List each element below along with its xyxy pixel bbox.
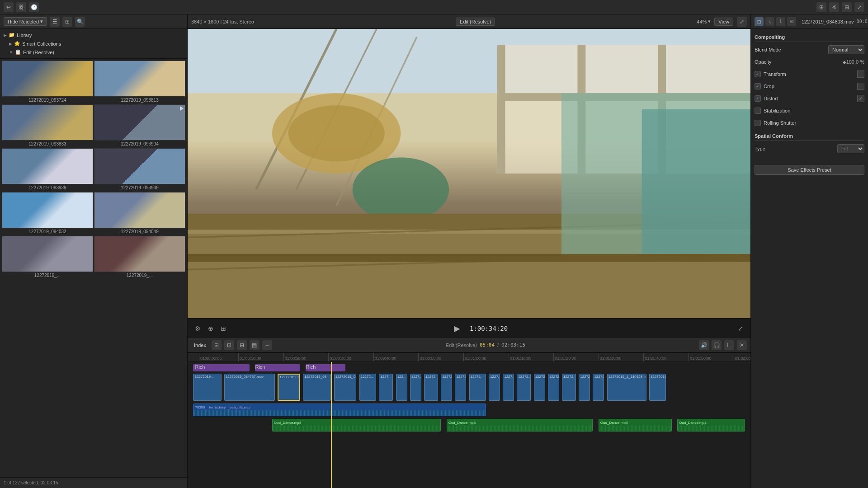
stabilization-label: Stabilization (764, 108, 864, 113)
inspector-audio-tab[interactable]: ♫ (765, 17, 774, 26)
media-thumb-094049[interactable]: 12272019_094049 (94, 192, 185, 235)
media-thumb-093949[interactable]: 12272019_093949 (94, 148, 185, 191)
inspector-share-tab[interactable]: ⊗ (787, 17, 796, 26)
video-clip-17[interactable]: 12272... (534, 374, 545, 401)
media-thumb-094032[interactable]: 12272019_094032 (2, 192, 93, 235)
media-thumb-093813[interactable]: 12272019_093813 (94, 61, 185, 103)
zoom-value: 44% (697, 19, 707, 24)
video-clip-22[interactable]: 12272019_1_110158.mov (607, 374, 646, 401)
video-clip-10[interactable]: 12272... (424, 374, 438, 401)
viewer-crop-icon[interactable]: ⊞ (219, 324, 228, 333)
transform-label: Transform (764, 71, 857, 77)
media-thumb-extra2[interactable]: 12272019_... (94, 236, 185, 279)
inspector-panel: □ ♫ ℹ ⊗ 12272019_084803.mov 00:05:04 Com… (750, 14, 868, 488)
video-clip-19[interactable]: 12272... (562, 374, 576, 401)
columns-icon[interactable]: ⫷ (829, 2, 839, 12)
timeline-icon2[interactable]: ⊡ (224, 340, 234, 350)
media-thumb-093833[interactable]: 12272019_093833 (2, 104, 93, 147)
back-icon[interactable]: ↩ (4, 2, 14, 12)
transform-expand-btn[interactable] (857, 70, 864, 78)
audio-clip-oud3[interactable]: Oud_Dance.mp3 (599, 419, 672, 432)
audio-clip-seagulls[interactable]: 78389__inchadney__seagulls.wav (193, 404, 486, 416)
layout-icon[interactable]: ⊟ (842, 2, 852, 12)
viewer-settings-icon[interactable]: ⚙ (193, 324, 203, 333)
stabilization-checkbox[interactable] (755, 108, 761, 114)
view-button[interactable]: View (714, 18, 733, 26)
seagulls-label: 78389__inchadney__seagulls.wav (193, 405, 251, 410)
video-clip-selected[interactable]: 12272019_0... (278, 374, 300, 401)
edit-resolve-item[interactable]: ▼ 📋 Edit (Resolve) (0, 48, 187, 56)
rolling-shutter-checkbox[interactable] (755, 120, 761, 126)
inspector-video-tab[interactable]: □ (755, 17, 764, 26)
play-button[interactable]: ▶ (452, 323, 462, 334)
media-thumb-093724[interactable]: 12272019_093724 (2, 61, 93, 103)
inspector-info-tab[interactable]: ℹ (776, 17, 785, 26)
clock-icon[interactable]: 🕐 (29, 2, 39, 12)
grid-view-icon[interactable]: ⊞ (62, 17, 72, 27)
blend-mode-select[interactable]: Normal Multiply Screen Overlay (828, 45, 864, 54)
audio-icon[interactable]: 🔊 (699, 340, 709, 350)
video-clip-14[interactable]: 1227... (489, 374, 500, 401)
zoom-control[interactable]: 44% ▾ (697, 19, 711, 24)
color-clip-rich3[interactable]: Rich (306, 364, 345, 371)
audio-clip-oud1[interactable]: Oud_Dance.mp3 (272, 419, 441, 432)
list-view-icon[interactable]: ☰ (50, 17, 60, 27)
distort-label: Distort (764, 96, 857, 101)
video-clip-1[interactable]: 12272019... (193, 374, 221, 401)
edit-resolve-button[interactable]: Edit (Resolve) (456, 18, 495, 26)
media-thumb-093939[interactable]: 12272019_093939 (2, 148, 93, 191)
video-clip-4[interactable]: 12272019_08... (303, 374, 331, 401)
library-item[interactable]: ▶ 📁 Library (0, 31, 187, 39)
video-clip-13[interactable]: 12272... (469, 374, 486, 401)
save-effects-preset-button[interactable]: Save Effects Preset (755, 165, 864, 175)
color-clip-rich2[interactable]: Rich (255, 364, 300, 371)
video-clip-7[interactable]: 1227... (379, 374, 393, 401)
video-clip-8[interactable]: 122... (396, 374, 407, 401)
video-clip-11[interactable]: 12272... (441, 374, 452, 401)
video-clip-18[interactable]: 12272... (548, 374, 559, 401)
opacity-keyframe-icon[interactable]: ◆ (843, 60, 846, 65)
crop-checkbox[interactable] (755, 83, 761, 89)
video-clip-12[interactable]: 12272... (455, 374, 466, 401)
viewer-expand-icon[interactable]: ⤢ (737, 17, 747, 27)
search-icon[interactable]: 🔍 (75, 17, 85, 27)
color-clip-rich1[interactable]: Rich (193, 364, 250, 371)
video-clip-2[interactable]: 12272019_084737.mov (224, 374, 275, 401)
timeline-icon3[interactable]: ⊟ (237, 340, 247, 350)
video-clip-23[interactable]: 12272019... (649, 374, 666, 401)
distort-row: Distort ⤢ (755, 94, 864, 103)
transform-checkbox[interactable] (755, 71, 761, 77)
distort-edit-btn[interactable]: ⤢ (857, 95, 864, 102)
thumb-label-093813: 12272019_093813 (94, 97, 185, 103)
media-thumb-extra1[interactable]: 12272019_... (2, 236, 93, 279)
video-clip-6[interactable]: 12272... (359, 374, 376, 401)
audio-clip-oud2[interactable]: Oud_Dance.mp3 (447, 419, 593, 432)
distort-checkbox[interactable] (755, 95, 761, 102)
smart-collections-item[interactable]: ▶ ⭐ Smart Collections (0, 39, 187, 48)
hide-rejected-button[interactable]: Hide Rejected ▾ (4, 17, 47, 26)
fullscreen-icon[interactable]: ⤢ (854, 2, 864, 12)
viewer-fullscreen-icon[interactable]: ⤢ (736, 324, 745, 333)
media-thumb-093904[interactable]: 12272019_093904 (94, 104, 185, 147)
headphone-icon[interactable]: 🎧 (712, 340, 722, 350)
video-clip-21[interactable]: 12272... (593, 374, 604, 401)
type-select[interactable]: Fill Fit None (837, 144, 864, 153)
edit-resolve-arrow: ▼ (9, 50, 13, 55)
crop-expand-btn[interactable] (857, 83, 864, 90)
timeline-close-icon[interactable]: ✕ (737, 340, 747, 350)
chain-icon[interactable]: ⛓ (16, 2, 26, 12)
grid-icon[interactable]: ⊞ (816, 2, 826, 12)
audio-clip-oud4[interactable]: Oud_Dance.mp3 (677, 419, 745, 432)
snapping-icon[interactable]: ⊢ (724, 340, 734, 350)
video-clip-20[interactable]: 12272... (579, 374, 590, 401)
video-clip-5[interactable]: 12272019_08... (334, 374, 357, 401)
video-clip-15[interactable]: 1227... (503, 374, 514, 401)
timeline-icon1[interactable]: ⊟ (212, 340, 222, 350)
index-label[interactable]: Index (191, 342, 209, 349)
video-clip-9[interactable]: 1227... (410, 374, 421, 401)
save-effects-container: Save Effects Preset (755, 156, 864, 175)
viewer-transform-icon[interactable]: ⊕ (206, 324, 215, 333)
timeline-icon5[interactable]: → (262, 340, 272, 350)
video-clip-16[interactable]: 12272... (517, 374, 531, 401)
timeline-icon4[interactable]: ▤ (250, 340, 259, 350)
